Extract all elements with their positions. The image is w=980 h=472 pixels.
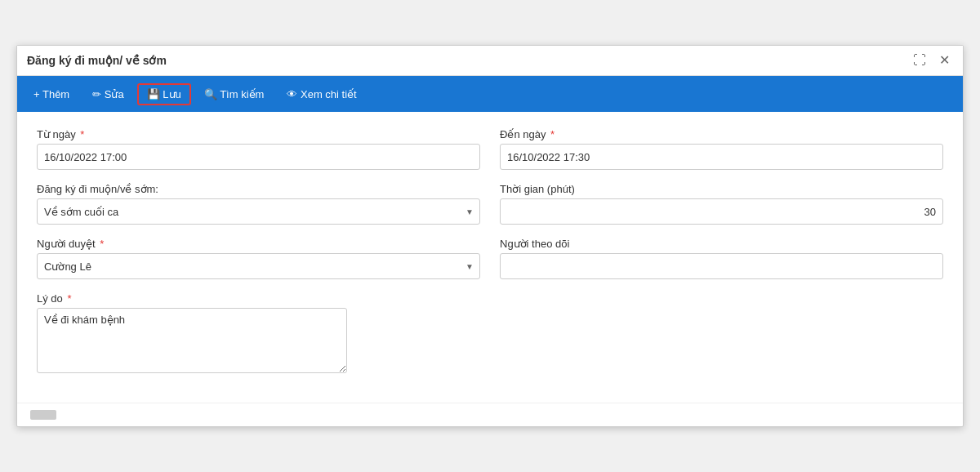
form-body: Từ ngày * Đến ngày * Đăng ký đi muộn/về … bbox=[17, 112, 963, 403]
modal-titlebar: Đăng ký đi muộn/ về sớm ⛶ ✕ bbox=[17, 46, 963, 76]
add-button[interactable]: + Thêm bbox=[24, 83, 79, 105]
watcher-group: Người theo dõi bbox=[500, 238, 943, 279]
reason-required: * bbox=[65, 292, 72, 305]
from-date-group: Từ ngày * bbox=[37, 128, 480, 170]
close-icon: ✕ bbox=[939, 53, 950, 67]
toolbar: + Thêm ✏ Sửa 💾 Lưu 🔍 Tìm kiếm 👁 Xem chi … bbox=[17, 76, 963, 112]
save-label: 💾 Lưu bbox=[147, 88, 181, 100]
to-date-group: Đến ngày * bbox=[500, 128, 943, 170]
approver-label: Người duyệt * bbox=[37, 238, 480, 250]
expand-button[interactable]: ⛶ bbox=[910, 52, 929, 69]
watcher-input[interactable] bbox=[500, 253, 943, 279]
form-row-reason: Lý do * Về đi khám bệnh bbox=[37, 292, 943, 373]
from-date-label: Từ ngày * bbox=[37, 128, 480, 140]
modal-controls: ⛶ ✕ bbox=[910, 52, 953, 69]
edit-label: ✏ Sửa bbox=[92, 88, 124, 100]
reason-textarea[interactable]: Về đi khám bệnh bbox=[37, 308, 347, 373]
view-detail-button[interactable]: 👁 Xem chi tiết bbox=[277, 83, 366, 105]
reason-label: Lý do * bbox=[37, 292, 347, 305]
register-type-select-wrap: Về sớm cuối ca Đi muộn Về sớm đầu ca ▼ bbox=[37, 198, 480, 225]
form-row-approver-watcher: Người duyệt * Cường Lê ▼ Người theo dõi bbox=[37, 238, 943, 279]
modal-footer bbox=[17, 403, 963, 426]
approver-select-wrap: Cường Lê ▼ bbox=[37, 253, 480, 279]
duration-group: Thời gian (phút) bbox=[500, 183, 943, 225]
from-date-required: * bbox=[78, 128, 85, 140]
watcher-label: Người theo dõi bbox=[500, 238, 943, 250]
approver-select[interactable]: Cường Lê bbox=[37, 253, 480, 279]
view-detail-label: 👁 Xem chi tiết bbox=[287, 88, 356, 100]
add-label: + Thêm bbox=[33, 88, 69, 100]
search-button[interactable]: 🔍 Tìm kiếm bbox=[194, 83, 274, 105]
register-type-select[interactable]: Về sớm cuối ca Đi muộn Về sớm đầu ca bbox=[37, 198, 480, 225]
modal-container: Đăng ký đi muộn/ về sớm ⛶ ✕ + Thêm ✏ Sửa… bbox=[16, 45, 964, 427]
close-button[interactable]: ✕ bbox=[936, 52, 953, 69]
duration-label: Thời gian (phút) bbox=[500, 183, 943, 195]
edit-button[interactable]: ✏ Sửa bbox=[82, 83, 134, 105]
to-date-input[interactable] bbox=[500, 144, 943, 170]
save-button[interactable]: 💾 Lưu bbox=[137, 83, 191, 105]
reason-group: Lý do * Về đi khám bệnh bbox=[37, 292, 347, 373]
approver-group: Người duyệt * Cường Lê ▼ bbox=[37, 238, 480, 279]
approver-required: * bbox=[97, 238, 105, 250]
expand-icon: ⛶ bbox=[913, 53, 926, 67]
form-row-dates: Từ ngày * Đến ngày * bbox=[37, 128, 943, 170]
modal-title: Đăng ký đi muộn/ về sớm bbox=[27, 54, 167, 67]
footer-hint bbox=[30, 410, 56, 420]
register-type-label: Đăng ký đi muộn/về sớm: bbox=[37, 183, 480, 195]
register-type-group: Đăng ký đi muộn/về sớm: Về sớm cuối ca Đ… bbox=[37, 183, 480, 225]
to-date-required: * bbox=[547, 128, 555, 140]
to-date-label: Đến ngày * bbox=[500, 128, 943, 140]
search-label: 🔍 Tìm kiếm bbox=[204, 88, 265, 100]
form-row-type-duration: Đăng ký đi muộn/về sớm: Về sớm cuối ca Đ… bbox=[37, 183, 943, 225]
from-date-input[interactable] bbox=[37, 144, 480, 170]
duration-input[interactable] bbox=[500, 198, 943, 225]
